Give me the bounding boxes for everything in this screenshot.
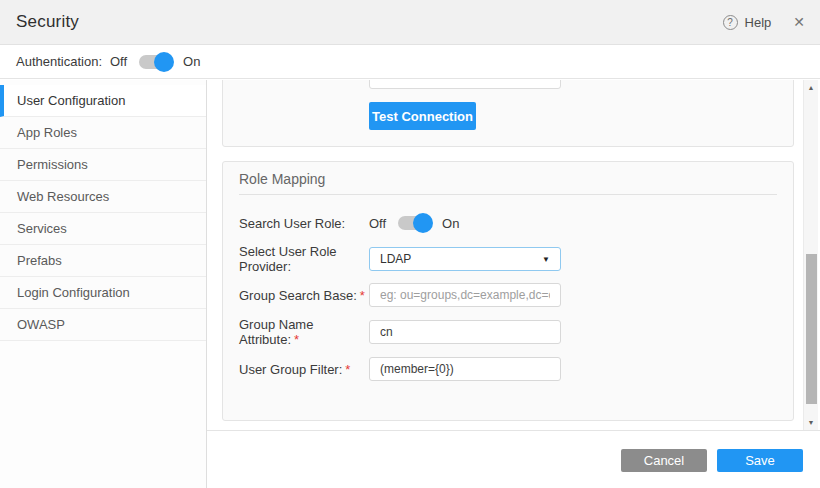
group-search-base-input[interactable] bbox=[369, 283, 561, 307]
group-name-attribute-input[interactable] bbox=[369, 320, 561, 344]
authentication-toggle-group: Off On bbox=[110, 54, 200, 69]
sidebar-item-services[interactable]: Services bbox=[0, 213, 206, 245]
user-role-provider-value: LDAP bbox=[380, 252, 411, 266]
group-name-attribute-row: Group Name Attribute:* bbox=[239, 320, 777, 344]
scroll-up-icon[interactable]: ▲ bbox=[804, 84, 818, 91]
sidebar-item-login-configuration[interactable]: Login Configuration bbox=[0, 277, 206, 309]
scroll-down-icon[interactable]: ▼ bbox=[804, 419, 818, 426]
section-divider bbox=[239, 194, 777, 195]
save-button[interactable]: Save bbox=[717, 449, 803, 472]
help-link[interactable]: Help bbox=[745, 15, 772, 30]
search-user-role-toggle[interactable] bbox=[398, 216, 430, 230]
sidebar-item-owasp[interactable]: OWASP bbox=[0, 309, 206, 341]
connection-config-input[interactable] bbox=[369, 80, 561, 89]
authentication-bar: Authentication: Off On bbox=[0, 45, 820, 79]
role-mapping-title: Role Mapping bbox=[239, 171, 325, 187]
scrollbar-thumb[interactable] bbox=[806, 254, 817, 404]
role-mapping-card: Role Mapping Search User Role: Off On Se… bbox=[222, 161, 794, 421]
security-window: Security ? Help ✕ Authentication: Off On… bbox=[0, 0, 820, 488]
search-user-role-row: Search User Role: Off On bbox=[239, 211, 777, 235]
header-actions: ? Help ✕ bbox=[723, 14, 805, 30]
required-asterisk: * bbox=[360, 288, 365, 303]
group-name-attribute-label: Group Name Attribute: bbox=[239, 317, 313, 347]
search-user-role-on-label: On bbox=[442, 216, 459, 231]
user-role-provider-select[interactable]: LDAP ▼ bbox=[369, 247, 561, 271]
sidebar-item-app-roles[interactable]: App Roles bbox=[0, 117, 206, 149]
sidebar-item-permissions[interactable]: Permissions bbox=[0, 149, 206, 181]
search-user-role-off-label: Off bbox=[369, 216, 386, 231]
user-role-provider-row: Select User Role Provider: LDAP ▼ bbox=[239, 247, 777, 271]
page-title: Security bbox=[16, 12, 79, 32]
required-asterisk: * bbox=[294, 332, 299, 347]
search-user-role-toggle-group: Off On bbox=[369, 216, 459, 231]
group-search-base-row: Group Search Base:* bbox=[239, 283, 777, 307]
search-user-role-label: Search User Role: bbox=[239, 216, 369, 231]
test-connection-button[interactable]: Test Connection bbox=[369, 102, 476, 130]
user-group-filter-row: User Group Filter:* bbox=[239, 357, 777, 381]
chevron-down-icon: ▼ bbox=[542, 255, 550, 264]
authentication-on-label: On bbox=[183, 54, 200, 69]
sidebar-item-web-resources[interactable]: Web Resources bbox=[0, 181, 206, 213]
group-search-base-label: Group Search Base: bbox=[239, 288, 357, 303]
required-asterisk: * bbox=[345, 362, 350, 377]
settings-sidebar: User Configuration App Roles Permissions… bbox=[0, 80, 207, 488]
cancel-button[interactable]: Cancel bbox=[621, 449, 707, 472]
close-icon[interactable]: ✕ bbox=[793, 14, 805, 30]
vertical-scrollbar: ▲ ▼ bbox=[803, 80, 818, 430]
main-content: Test Connection Role Mapping Search User… bbox=[207, 80, 820, 430]
authentication-toggle[interactable] bbox=[139, 55, 171, 69]
window-header: Security ? Help ✕ bbox=[0, 0, 820, 45]
connection-settings-card: Test Connection bbox=[222, 80, 794, 147]
toggle-knob bbox=[154, 52, 174, 72]
help-icon[interactable]: ? bbox=[723, 15, 738, 30]
user-role-provider-label: Select User Role Provider: bbox=[239, 244, 369, 274]
sidebar-item-user-configuration[interactable]: User Configuration bbox=[0, 85, 206, 117]
authentication-off-label: Off bbox=[110, 54, 127, 69]
sidebar-item-prefabs[interactable]: Prefabs bbox=[0, 245, 206, 277]
user-group-filter-label: User Group Filter: bbox=[239, 362, 342, 377]
authentication-label: Authentication: bbox=[16, 54, 110, 69]
user-group-filter-input[interactable] bbox=[369, 357, 561, 381]
toggle-knob bbox=[413, 213, 433, 233]
action-footer: Cancel Save bbox=[207, 430, 820, 488]
